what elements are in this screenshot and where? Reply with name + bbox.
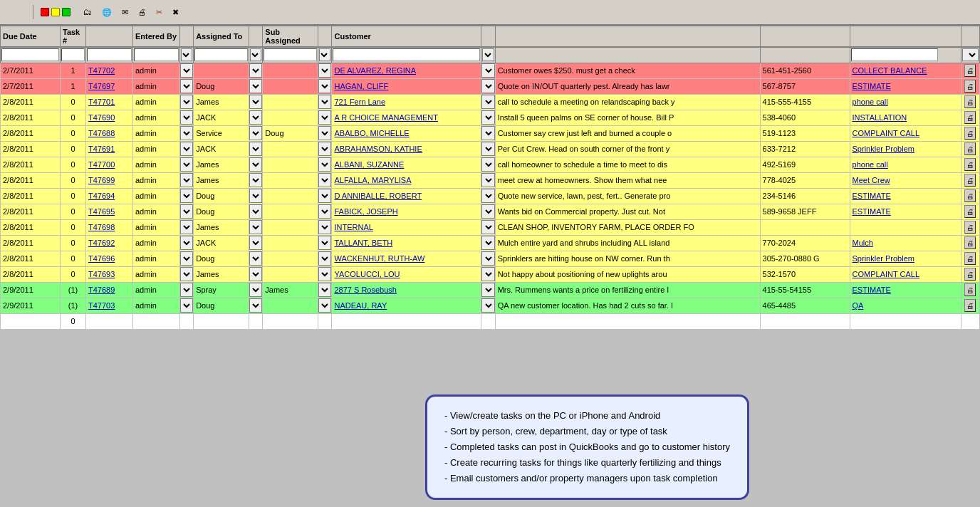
reset-button[interactable]: ✂ [154, 7, 166, 18]
entered-select[interactable]: ▼ [180, 236, 193, 250]
print-row-button[interactable]: 🖨 [964, 189, 976, 202]
cell-action[interactable]: 🖨 [961, 125, 980, 141]
cell-task-type[interactable]: Sprinkler Problem [850, 251, 961, 266]
customer-link[interactable]: 2877 S Rosebush [334, 286, 396, 294]
cell-task-type[interactable]: ESTIMATE [850, 78, 961, 94]
filter-assigned-input[interactable] [194, 48, 248, 61]
filter-due-date[interactable] [1, 47, 61, 63]
cell-action[interactable]: 🖨 [961, 219, 980, 235]
task-id-link[interactable]: T47690 [88, 113, 115, 122]
task-type-link[interactable]: Sprinkler Problem [853, 145, 914, 153]
sub-select[interactable]: ▼ [318, 251, 331, 266]
sub-select[interactable]: ▼ [318, 220, 331, 234]
task-id-link[interactable]: T47703 [88, 301, 115, 310]
cell-task-id[interactable]: T47703 [85, 298, 132, 313]
entered-select[interactable]: ▼ [180, 251, 193, 266]
task-id-link[interactable]: T47696 [88, 254, 115, 263]
task-type-link[interactable]: ESTIMATE [853, 192, 891, 200]
cell-sub-dropdown[interactable]: ▼ [318, 235, 332, 251]
print-row-button[interactable]: 🖨 [964, 127, 976, 140]
print-row-button[interactable]: 🖨 [964, 268, 976, 281]
cell-customer-dropdown[interactable]: ▼ [481, 219, 495, 235]
sub-select[interactable]: ▼ [318, 298, 331, 313]
entered-select[interactable]: ▼ [180, 283, 193, 297]
filter-customer[interactable] [332, 47, 481, 63]
cell-customer-dropdown[interactable]: ▼ [481, 94, 495, 110]
cell-assigned-dropdown[interactable]: ▼ [249, 157, 263, 172]
task-type-link[interactable]: Sprinkler Problem [853, 254, 914, 263]
cell-sub-dropdown[interactable]: ▼ [318, 172, 332, 188]
filter-assigned-dd[interactable]: ▼ [249, 47, 263, 63]
task-type-link[interactable]: phone call [853, 160, 888, 169]
cell-task-id[interactable]: T47698 [85, 219, 132, 235]
cell-customer-dropdown[interactable]: ▼ [481, 266, 495, 282]
cell-task-id[interactable]: T47691 [85, 141, 132, 157]
customer-select[interactable]: ▼ [481, 220, 494, 234]
task-id-link[interactable]: T47691 [88, 145, 115, 153]
cell-task-type[interactable]: phone call [850, 157, 961, 172]
sub-select[interactable]: ▼ [318, 189, 331, 203]
filter-entered[interactable] [132, 47, 179, 63]
task-id-link[interactable]: T47694 [88, 192, 115, 200]
entered-select[interactable]: ▼ [180, 79, 193, 93]
email-customers-button[interactable]: ✉ [120, 7, 132, 18]
cell-task-type[interactable]: QA [850, 298, 961, 313]
cell-action[interactable]: 🖨 [961, 298, 980, 313]
print-row-button[interactable]: 🖨 [964, 283, 976, 296]
cell-entered-dropdown[interactable]: ▼ [179, 219, 193, 235]
cell-task-id[interactable]: T47701 [85, 94, 132, 110]
print-row-button[interactable]: 🖨 [964, 80, 976, 93]
assigned-select[interactable]: ▼ [249, 189, 262, 203]
entered-select[interactable]: ▼ [180, 142, 193, 156]
cell-task-id[interactable]: T47694 [85, 188, 132, 204]
customer-select[interactable]: ▼ [481, 204, 494, 219]
filter-assigned[interactable] [194, 47, 249, 63]
assigned-select[interactable]: ▼ [249, 79, 262, 93]
task-id-link[interactable]: T47700 [88, 160, 115, 169]
assigned-select[interactable]: ▼ [249, 267, 262, 281]
task-id-link[interactable]: T47695 [88, 207, 115, 216]
filter-phone[interactable] [760, 47, 850, 63]
map-button[interactable]: 🌐 [100, 7, 115, 18]
cell-sub-dropdown[interactable]: ▼ [318, 266, 332, 282]
filter-task-num-input[interactable] [61, 48, 85, 61]
cell-task-id[interactable]: T47695 [85, 204, 132, 219]
task-id-link[interactable]: T47698 [88, 223, 115, 231]
task-id-link[interactable]: T47692 [88, 239, 115, 247]
print-row-button[interactable]: 🖨 [964, 221, 976, 234]
cell-assigned-dropdown[interactable]: ▼ [249, 219, 263, 235]
cell-task-id[interactable]: T47689 [85, 282, 132, 298]
cell-task-id[interactable]: T47697 [85, 78, 132, 94]
cell-assigned-dropdown[interactable]: ▼ [249, 188, 263, 204]
cell-task-type[interactable]: Sprinkler Problem [850, 141, 961, 157]
entered-select[interactable]: ▼ [180, 298, 193, 313]
filter-task-num[interactable] [60, 47, 85, 63]
customer-link[interactable]: INTERNAL [334, 223, 372, 231]
cell-assigned-dropdown[interactable]: ▼ [249, 141, 263, 157]
entered-select[interactable]: ▼ [180, 204, 193, 219]
customer-link[interactable]: DE ALVAREZ, REGINA [334, 66, 416, 75]
cell-action[interactable]: 🖨 [961, 78, 980, 94]
filter-sub-dd[interactable]: ▼ [318, 47, 332, 63]
cell-customer[interactable]: D ANNIBALLE, ROBERT [332, 188, 481, 204]
filter-entered-select[interactable]: ▼ [181, 48, 192, 61]
cell-customer-dropdown[interactable]: ▼ [481, 188, 495, 204]
sub-select[interactable]: ▼ [318, 283, 331, 297]
cell-customer[interactable]: ALFALLA, MARYLISA [332, 172, 481, 188]
filter-sub[interactable] [263, 47, 318, 63]
assigned-select[interactable]: ▼ [249, 173, 262, 187]
customer-link[interactable]: NADEAU, RAY [334, 301, 387, 310]
cell-customer-dropdown[interactable]: ▼ [481, 204, 495, 219]
assigned-select[interactable]: ▼ [249, 63, 262, 78]
cell-sub-dropdown[interactable]: ▼ [318, 110, 332, 125]
filter-task-id[interactable] [85, 47, 132, 63]
cell-sub-dropdown[interactable]: ▼ [318, 219, 332, 235]
cell-entered-dropdown[interactable]: ▼ [179, 125, 193, 141]
cell-assigned-dropdown[interactable]: ▼ [249, 266, 263, 282]
cell-action[interactable]: 🖨 [961, 282, 980, 298]
entered-select[interactable]: ▼ [180, 95, 193, 109]
cell-customer-dropdown[interactable] [481, 313, 495, 329]
cell-entered-dropdown[interactable]: ▼ [179, 251, 193, 266]
filter-task-type-input[interactable] [851, 48, 938, 61]
print-row-button[interactable]: 🖨 [964, 236, 976, 249]
